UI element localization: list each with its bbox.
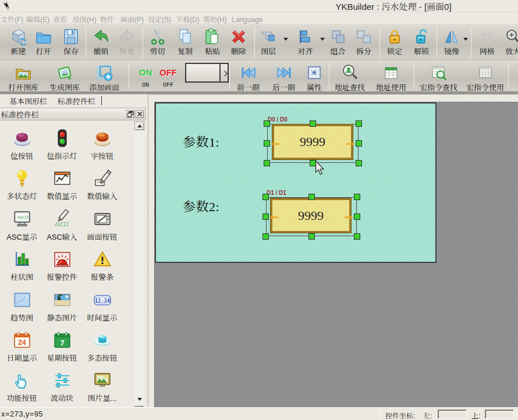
menu-item-10[interactable]: Language (232, 14, 262, 24)
toolbar-button-[interactable]: 粘贴 (199, 25, 226, 60)
canvas-text-param1[interactable]: 参数1: (183, 135, 219, 148)
resize-handle[interactable] (356, 160, 362, 166)
resize-handle[interactable] (310, 120, 316, 127)
control-item-ascinput[interactable]: ASCIIASC输入 (42, 209, 82, 250)
control-item-bitbtn[interactable]: 位按钮 (2, 129, 42, 169)
control-item-bitlamp[interactable]: 位指示灯 (42, 129, 82, 169)
widget-box[interactable]: 9999 (271, 198, 351, 233)
panel-close-button[interactable] (136, 110, 144, 118)
control-item-funcbtn[interactable]: 功能按钮 (2, 371, 42, 411)
control-item-datedisp[interactable]: 24日期显示 (2, 330, 42, 371)
toolbar-button-[interactable]: 网格 (474, 25, 500, 60)
panel-splitter[interactable] (148, 95, 148, 407)
toolbar-button-[interactable]: 新建 (6, 25, 31, 60)
control-item-timedisp[interactable]: 12:34时间显示 (82, 290, 122, 331)
menu-item-1[interactable]: 文件(F) (1, 14, 23, 24)
toolbar-button-[interactable]: 宏指令查找 (416, 61, 462, 91)
toolbar-button-[interactable]: 放大 (500, 25, 518, 60)
menu-item-2[interactable]: 编辑(E) (26, 14, 49, 24)
toolbar-button-[interactable]: 后一副 (268, 61, 299, 91)
control-item-staticpic[interactable]: 静态图片 (42, 290, 82, 331)
toolbar-button-[interactable]: 解锁 (409, 25, 434, 60)
toolbar-button-[interactable]: 属性 (301, 61, 327, 91)
numeric-input-widget-1[interactable]: D0 / D0 9999 (267, 124, 359, 163)
toolbar-button-[interactable]: 复制 (172, 25, 198, 60)
control-item-weekbtn[interactable]: 7星期按钮 (42, 330, 82, 371)
toolbar-button-[interactable]: 添加画面 (83, 61, 125, 91)
toolbar-button-[interactable]: 图层 (256, 25, 289, 60)
dropdown-arrow-icon[interactable] (320, 38, 325, 41)
left-coord-input[interactable] (438, 410, 467, 419)
toolbar-button-[interactable]: 拆分 (351, 25, 377, 60)
resize-handle[interactable] (264, 120, 270, 127)
control-item-picdisp[interactable]: 图片显... (82, 371, 122, 411)
resize-handle[interactable] (308, 194, 315, 200)
menu-item-7[interactable]: 设定(S) (148, 14, 171, 24)
control-item-trend[interactable]: 趋势图 (2, 290, 42, 331)
toolbar-button-[interactable]: 生成图库 (44, 61, 86, 91)
toolbar-button-[interactable]: 锁定 (382, 25, 407, 60)
menu-item-4[interactable]: 绘图(H) (73, 14, 97, 24)
dropdown-arrow-icon[interactable] (283, 38, 288, 41)
resize-handle[interactable] (262, 194, 269, 200)
toolbar-button-[interactable]: 撤销 (88, 25, 113, 60)
state-combo-box[interactable] (185, 63, 229, 83)
toolbar-button-[interactable]: 恢复 (114, 25, 140, 60)
panel-scrollbar[interactable] (134, 122, 144, 406)
control-item-numinput[interactable]: 数值输入 (82, 169, 122, 209)
toolbar-button-label: 恢复 (119, 47, 134, 55)
toolbar-button-[interactable]: 对齐 (292, 25, 325, 60)
resize-handle[interactable] (262, 233, 269, 240)
menu-item-9[interactable]: 帮助(H) (203, 14, 227, 24)
toolbar-button-[interactable]: 地址查找 (331, 61, 369, 91)
combo-scroll-strip[interactable] (219, 64, 228, 81)
control-item-multilamp[interactable]: 多状态灯 (2, 169, 42, 209)
numeric-input-widget-2[interactable]: D1 / D1 9999 (266, 197, 357, 236)
toolbar-button-[interactable]: 组合 (325, 25, 351, 60)
menu-item-3[interactable]: 查看 (53, 14, 67, 24)
toolbar-button-off[interactable]: OFFOFF (157, 61, 180, 91)
control-item-ascdisp[interactable]: ASCIIASC显示 (2, 209, 42, 250)
scroll-down-button[interactable] (134, 395, 144, 404)
resize-handle[interactable] (354, 194, 360, 200)
toolbar-button-[interactable]: 打开图库 (2, 61, 44, 91)
toolbar-button-[interactable]: 打开 (31, 25, 56, 60)
resize-handle[interactable] (354, 213, 360, 220)
toolbar-button-[interactable]: 地址使用 (372, 61, 410, 91)
control-item-scrbtn[interactable]: 画面按钮 (82, 209, 122, 250)
menu-item-5[interactable]: 物件 (100, 14, 114, 24)
toolbar-button-on[interactable]: ONON (134, 61, 157, 91)
hmi-screen-canvas[interactable]: 参数1: 参数2: D0 / D0 9999 (155, 102, 437, 263)
control-item-multibtn[interactable]: 多态按钮 (82, 330, 122, 371)
toolbar-button-[interactable]: 前一副 (233, 61, 264, 91)
top-coord-input[interactable] (485, 410, 514, 419)
resize-handle[interactable] (264, 140, 270, 147)
toolbar-button-[interactable]: 删除 (225, 25, 251, 60)
control-item-flowblock[interactable]: 流动块 (42, 371, 82, 411)
toolbar-button-[interactable]: 镜像 (439, 25, 469, 60)
resize-handle[interactable] (264, 160, 270, 166)
resize-handle[interactable] (262, 213, 269, 220)
resize-handle[interactable] (308, 233, 315, 240)
panel-title-bar[interactable]: 标准控件栏 (0, 108, 146, 120)
resize-handle[interactable] (354, 233, 360, 240)
scroll-up-button[interactable] (134, 122, 144, 130)
dropdown-arrow-icon[interactable] (463, 38, 468, 41)
control-item-numdisp[interactable]: 数值显示 (42, 169, 82, 209)
toolbar-button-[interactable]: 剪切 (145, 25, 170, 60)
control-item-alarmctl[interactable]: 报警控件 (42, 250, 82, 290)
resize-handle[interactable] (356, 140, 362, 147)
resize-handle[interactable] (356, 120, 362, 127)
toolbar-button-[interactable]: 宏指令使用 (462, 61, 508, 91)
control-item-barchart[interactable]: 柱状图 (2, 250, 42, 290)
control-item-wordbtn[interactable]: 字按钮 (82, 129, 122, 169)
widget-box[interactable]: 9999 (272, 124, 353, 159)
toolbar-button-[interactable]: 保存 (58, 25, 84, 60)
control-item-alarmbar[interactable]: 报警条 (82, 250, 122, 290)
menu-item-8[interactable]: 下载(D) (176, 14, 200, 24)
menu-item-6[interactable]: 画面(P) (120, 14, 144, 24)
tab-standard-controls[interactable]: 标准控件栏 (53, 94, 100, 108)
canvas-text-param2[interactable]: 参数2: (183, 200, 219, 212)
panel-float-button[interactable] (126, 110, 134, 118)
tab-basic-graphics[interactable]: 基本图形栏 (5, 94, 52, 108)
